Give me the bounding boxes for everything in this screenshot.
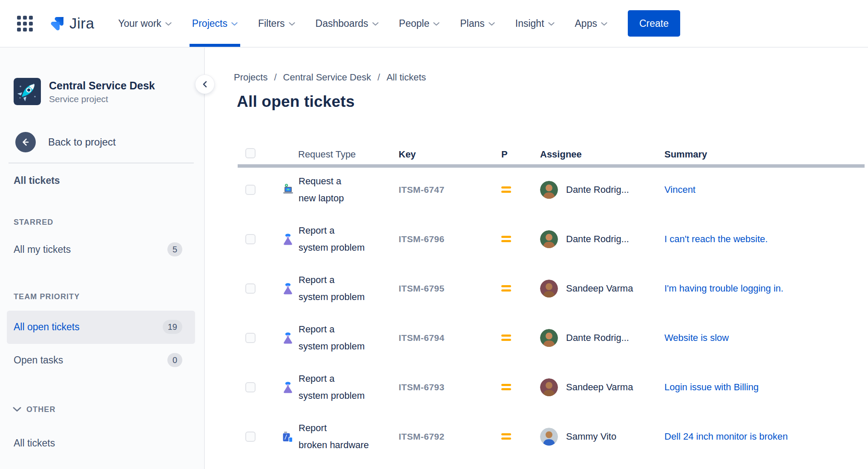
sidebar-item-all-open-tickets[interactable]: All open tickets 19 xyxy=(14,320,204,334)
nav-item-plans[interactable]: Plans xyxy=(460,0,495,47)
issue-key: ITSM-6792 xyxy=(399,415,501,465)
breadcrumb-projects[interactable]: Projects xyxy=(234,72,267,83)
summary-link[interactable]: Vincent xyxy=(664,184,696,195)
project-type: Service project xyxy=(49,94,155,104)
nav-item-filters[interactable]: Filters xyxy=(258,0,295,47)
row-checkbox[interactable] xyxy=(245,234,256,244)
app-switcher-icon[interactable] xyxy=(17,16,33,31)
issue-key: ITSM-6747 xyxy=(399,169,501,218)
jira-logo-text: Jira xyxy=(69,15,94,32)
breadcrumb-central-service-desk[interactable]: Central Service Desk xyxy=(283,72,371,83)
column-header-priority[interactable]: P xyxy=(501,149,540,160)
nav-item-projects[interactable]: Projects xyxy=(192,0,238,47)
chevron-down-icon xyxy=(548,22,555,26)
sidebar-item-all-my-tickets[interactable]: All my tickets 5 xyxy=(14,242,204,257)
column-header-summary[interactable]: Summary xyxy=(664,149,868,160)
assignee-name: Dante Rodrig... xyxy=(566,332,629,366)
project-header: Central Service Desk Service project xyxy=(14,78,155,105)
request-type-label: Request a new laptop xyxy=(299,173,344,218)
summary-link[interactable]: Login issue with Billing xyxy=(664,382,759,392)
row-checkbox[interactable] xyxy=(245,283,256,294)
row-checkbox[interactable] xyxy=(245,185,256,195)
sidebar-heading-team-priority: TEAM PRIORITY xyxy=(14,292,80,301)
count-badge: 19 xyxy=(163,320,182,334)
request-type-label: Report a system problem xyxy=(299,222,365,267)
select-all-checkbox[interactable] xyxy=(245,148,256,158)
priority-medium-icon xyxy=(501,384,511,390)
chevron-down-icon xyxy=(489,22,495,26)
jira-logo[interactable]: Jira xyxy=(48,14,94,32)
assignee-name: Sandeep Varma xyxy=(566,282,633,317)
primary-nav: Your work Projects Filters Dashboards Pe… xyxy=(118,0,607,47)
issue-key: ITSM-6796 xyxy=(399,218,501,267)
avatar-sandeep-varma[interactable] xyxy=(540,378,558,396)
issue-key: ITSM-6795 xyxy=(399,267,501,317)
column-header-key[interactable]: Key xyxy=(399,149,501,160)
nav-item-apps[interactable]: Apps xyxy=(575,0,607,47)
horizontal-scrollbar[interactable] xyxy=(238,164,865,168)
column-header-assignee[interactable]: Assignee xyxy=(540,149,664,160)
summary-link[interactable]: Website is slow xyxy=(664,332,729,343)
laptop-icon xyxy=(281,183,295,197)
table-row: Report a system problem ITSM-6796 Dante … xyxy=(238,218,868,267)
nav-item-your-work[interactable]: Your work xyxy=(118,0,171,47)
back-to-project[interactable]: Back to project xyxy=(15,132,116,152)
assignee-name: Dante Rodrig... xyxy=(566,233,629,267)
breadcrumb-all-tickets[interactable]: All tickets xyxy=(386,72,426,83)
column-header-request-type: Request Type xyxy=(273,149,399,160)
system-problem-icon xyxy=(281,331,295,345)
ticket-table: Request a new laptop ITSM-6747 Dante Rod… xyxy=(238,169,868,465)
sidebar-heading-other[interactable]: OTHER xyxy=(26,405,56,414)
avatar-dante-rodriguez[interactable] xyxy=(540,329,558,347)
request-type-label: Report broken hardware xyxy=(299,420,369,465)
system-problem-icon xyxy=(281,232,295,246)
chevron-down-icon[interactable] xyxy=(13,407,21,412)
request-type-label: Report a system problem xyxy=(299,272,365,317)
row-checkbox[interactable] xyxy=(245,432,256,442)
sidebar-divider xyxy=(9,163,194,163)
top-navigation-bar: Jira Your work Projects Filters Dashboar… xyxy=(0,0,868,48)
table-row: Report a system problem ITSM-6793 Sandee… xyxy=(238,366,868,415)
avatar-sandeep-varma[interactable] xyxy=(540,280,558,297)
avatar-sammy-vito[interactable] xyxy=(540,428,558,446)
request-type-label: Report a system problem xyxy=(299,321,365,366)
issue-key: ITSM-6793 xyxy=(399,366,501,415)
page-title: All open tickets xyxy=(237,93,355,111)
breadcrumb-separator: / xyxy=(377,72,380,83)
table-row: Request a new laptop ITSM-6747 Dante Rod… xyxy=(238,169,868,218)
table-row: Report broken hardware ITSM-6792 Sammy V… xyxy=(238,415,868,465)
sidebar-collapse-button[interactable] xyxy=(195,75,214,94)
request-type-label: Report a system problem xyxy=(299,370,365,415)
summary-link[interactable]: Dell 24 inch monitor is broken xyxy=(664,431,788,442)
assignee-name: Sammy Vito xyxy=(566,430,616,465)
count-badge: 0 xyxy=(167,353,182,367)
priority-medium-icon xyxy=(501,335,511,341)
jira-logo-icon xyxy=(48,14,66,32)
create-button[interactable]: Create xyxy=(628,10,680,37)
sidebar-item-open-tasks[interactable]: Open tasks 0 xyxy=(14,353,204,367)
summary-link[interactable]: I'm having trouble logging in. xyxy=(664,283,783,294)
system-problem-icon xyxy=(281,380,295,394)
avatar-dante-rodriguez[interactable] xyxy=(540,230,558,248)
chevron-down-icon xyxy=(601,22,607,26)
sidebar-item-all-tickets-other[interactable]: All tickets xyxy=(14,436,204,450)
back-to-project-label: Back to project xyxy=(48,136,116,148)
row-checkbox[interactable] xyxy=(245,382,256,392)
chevron-down-icon xyxy=(289,22,295,26)
priority-medium-icon xyxy=(501,236,511,242)
project-name: Central Service Desk xyxy=(49,79,155,92)
table-row: Report a system problem ITSM-6795 Sandee… xyxy=(238,267,868,317)
project-title-block: Central Service Desk Service project xyxy=(49,79,155,104)
sidebar-item-all-tickets-top[interactable]: All tickets xyxy=(14,173,204,188)
assignee-name: Sandeep Varma xyxy=(566,381,633,415)
avatar-dante-rodriguez[interactable] xyxy=(540,181,558,199)
table-row: Report a system problem ITSM-6794 Dante … xyxy=(238,317,868,366)
nav-item-insight[interactable]: Insight xyxy=(515,0,555,47)
back-arrow-icon xyxy=(15,132,36,152)
row-checkbox[interactable] xyxy=(245,333,256,343)
summary-link[interactable]: I can't reach the website. xyxy=(664,234,768,244)
chevron-left-icon xyxy=(202,80,208,88)
nav-item-dashboards[interactable]: Dashboards xyxy=(316,0,379,47)
nav-item-people[interactable]: People xyxy=(399,0,440,47)
count-badge: 5 xyxy=(167,243,182,257)
